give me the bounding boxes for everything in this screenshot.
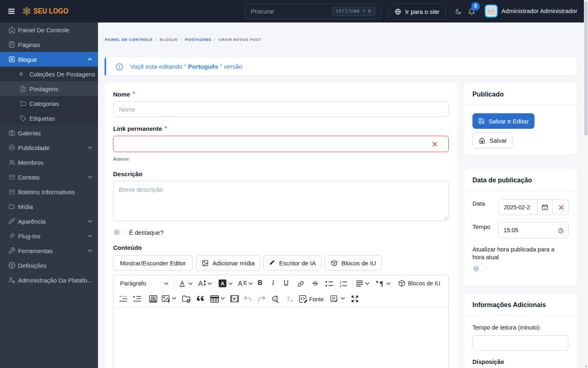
svg-text:A: A <box>220 280 225 287</box>
svg-text:HTML: HTML <box>151 300 155 302</box>
svg-text:T: T <box>287 296 291 303</box>
svg-text:¶: ¶ <box>379 280 383 287</box>
svg-text:AD: AD <box>10 146 14 149</box>
svg-text:A: A <box>274 297 276 301</box>
svg-text:A: A <box>198 280 203 287</box>
svg-text:A: A <box>238 280 243 287</box>
svg-text:A: A <box>180 280 184 286</box>
svg-text:2: 2 <box>339 284 341 287</box>
